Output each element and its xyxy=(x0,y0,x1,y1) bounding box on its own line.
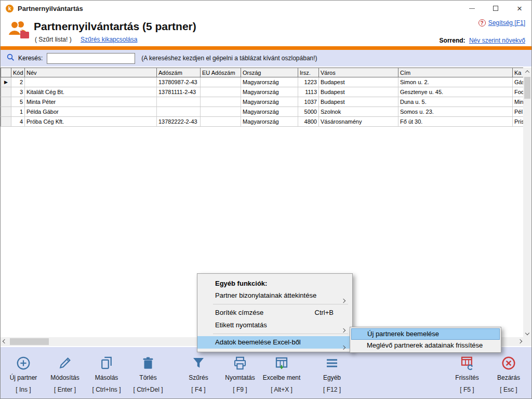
menu-item-label-print[interactable]: Etikett nyomtatás xyxy=(197,319,352,331)
row-selector-marker: ▶ xyxy=(1,77,11,87)
printer-icon xyxy=(232,354,248,372)
cell-adoszam[interactable]: 13782222-2-43 xyxy=(157,117,201,127)
cell-varos[interactable]: Szolnok xyxy=(319,107,398,117)
accent-bar xyxy=(1,46,531,50)
cell-orszag[interactable]: Magyarország xyxy=(241,117,298,127)
table-row[interactable]: 1 Példa Gábor Magyarország 5000 Szolnok … xyxy=(1,107,525,117)
cell-irsz[interactable]: 4800 xyxy=(298,117,319,127)
column-header-irsz[interactable]: Irsz. xyxy=(298,68,319,77)
cell-varos[interactable]: Budapest xyxy=(319,77,398,87)
menu-item-excel-import[interactable]: Adatok beemelése Excel-ből xyxy=(197,336,352,349)
cell-kod[interactable]: 1 xyxy=(11,107,25,117)
column-header-cim[interactable]: Cím xyxy=(398,68,513,77)
context-menu: Egyéb funkciók: Partner bizonylatainak á… xyxy=(197,273,353,352)
button-shortcut: [ Esc ] xyxy=(500,386,517,393)
cell-cim[interactable]: Somos u. 23. xyxy=(398,107,513,117)
cell-eu-adoszam[interactable] xyxy=(201,117,241,127)
cell-cim[interactable]: Gesztenye u. 45. xyxy=(398,87,513,97)
cell-adoszam[interactable] xyxy=(157,97,201,107)
help-link[interactable]: Segítség [F1] xyxy=(488,19,525,26)
excel-import-submenu: Új partnerek beemelése Meglévő partnerek… xyxy=(350,327,501,353)
cell-nev-selected[interactable]: Fantázia 2010 Kft. xyxy=(25,77,157,87)
cell-adoszam[interactable]: 13780987-2-43 xyxy=(157,77,201,87)
cell-eu-adoszam[interactable] xyxy=(201,97,241,107)
column-header-eu-adoszam[interactable]: EU Adószám xyxy=(201,68,241,77)
partners-icon xyxy=(7,18,32,45)
column-header-selector[interactable] xyxy=(1,68,11,77)
maximize-button[interactable] xyxy=(484,1,508,16)
cell-orszag[interactable]: Magyarország xyxy=(241,87,298,97)
sort-order-link[interactable]: Név szerint növekvő xyxy=(469,37,525,44)
copy-icon xyxy=(99,354,114,372)
vertical-scrollbar[interactable] xyxy=(523,68,531,337)
excel-export-button[interactable]: Excelbe ment [ Alt+X ] xyxy=(261,354,302,399)
scroll-up-button[interactable] xyxy=(523,68,531,76)
column-header-varos[interactable]: Város xyxy=(319,68,398,77)
cell-nev[interactable]: Próba Cég Kft. xyxy=(25,117,157,127)
new-partner-button[interactable]: Új partner [ Ins ] xyxy=(3,354,44,399)
table-row[interactable]: 4 Próba Cég Kft. 13782222-2-43 Magyarors… xyxy=(1,117,525,127)
delete-button[interactable]: Törlés [ Ctrl+Del ] xyxy=(127,354,169,399)
table-row[interactable]: 5 Minta Péter Magyarország 1037 Budapest… xyxy=(1,97,525,107)
filter-off-link[interactable]: Szűrés kikapcsolása xyxy=(81,36,137,43)
window-title: Partnernyilvántartás xyxy=(18,5,83,12)
cell-varos[interactable]: Budapest xyxy=(319,87,398,97)
menu-item-partner-documents[interactable]: Partner bizonylatainak áttekintése xyxy=(197,289,352,302)
cell-varos[interactable]: Vásárosnamény xyxy=(319,117,398,127)
cell-nev[interactable]: Minta Péter xyxy=(25,97,157,107)
button-shortcut: [ F9 ] xyxy=(233,386,247,393)
cell-cim[interactable]: Fő út 30. xyxy=(398,117,513,127)
other-button[interactable]: Egyéb [ F12 ] xyxy=(311,354,353,399)
cell-nev[interactable]: Kitalált Cég Bt. xyxy=(25,87,157,97)
scroll-down-button[interactable] xyxy=(523,329,531,337)
close-button[interactable]: × xyxy=(508,1,531,16)
row-selector xyxy=(1,117,11,127)
trash-icon xyxy=(140,354,156,372)
cell-orszag[interactable]: Magyarország xyxy=(241,77,298,87)
table-row[interactable]: 3 Kitalált Cég Bt. 13781111-2-43 Magyaro… xyxy=(1,87,525,97)
cell-cim[interactable]: Simon u. 2. xyxy=(398,77,513,87)
cell-eu-adoszam[interactable] xyxy=(201,107,241,117)
close-window-button[interactable]: Bezárás [ Esc ] xyxy=(488,354,529,399)
cell-irsz[interactable]: 1113 xyxy=(298,87,319,97)
cell-nev[interactable]: Példa Gábor xyxy=(25,107,157,117)
cell-varos[interactable]: Budapest xyxy=(319,97,398,107)
refresh-table-icon xyxy=(459,354,475,372)
print-button[interactable]: Nyomtatás [ F9 ] xyxy=(219,354,261,399)
cell-orszag[interactable]: Magyarország xyxy=(241,97,298,107)
filter-button[interactable]: Szűrés [ F4 ] xyxy=(178,354,219,399)
copy-button[interactable]: Másolás [ Ctrl+Ins ] xyxy=(86,354,127,399)
horizontal-scroll-thumb[interactable] xyxy=(10,338,49,345)
search-input[interactable] xyxy=(47,53,135,64)
cell-irsz[interactable]: 5000 xyxy=(298,107,319,117)
column-header-nev[interactable]: Név xyxy=(25,68,157,77)
edit-button[interactable]: Módosítás [ Enter ] xyxy=(44,354,86,399)
menu-item-envelope[interactable]: Boríték címzése Ctrl+B xyxy=(197,307,352,319)
cell-kod[interactable]: 2 xyxy=(11,77,25,87)
column-header-adoszam[interactable]: Adószám xyxy=(157,68,201,77)
cell-cim[interactable]: Duna u. 5. xyxy=(398,97,513,107)
column-header-kod[interactable]: Kód xyxy=(11,68,25,77)
minimize-button[interactable] xyxy=(460,1,484,16)
page-header: Partnernyilvántartás (5 partner) ( Szűrt… xyxy=(1,16,531,46)
submenu-item-import-new-partners[interactable]: Új partnerek beemelése xyxy=(351,328,500,340)
cell-kod[interactable]: 3 xyxy=(11,87,25,97)
cell-irsz[interactable]: 1223 xyxy=(298,77,319,87)
cell-adoszam[interactable] xyxy=(157,107,201,117)
cell-eu-adoszam[interactable] xyxy=(201,87,241,97)
vertical-scroll-thumb[interactable] xyxy=(524,77,530,99)
cell-irsz[interactable]: 1037 xyxy=(298,97,319,107)
cell-kod[interactable]: 4 xyxy=(11,117,25,127)
column-header-orszag[interactable]: Ország xyxy=(241,68,298,77)
button-label: Excelbe ment xyxy=(263,374,301,381)
cell-kod[interactable]: 5 xyxy=(11,97,25,107)
refresh-button[interactable]: Frissítés [ F5 ] xyxy=(446,354,488,399)
cell-eu-adoszam[interactable] xyxy=(201,77,241,87)
cell-orszag[interactable]: Magyarország xyxy=(241,107,298,117)
table-row[interactable]: ▶ 2 Fantázia 2010 Kft. 13780987-2-43 Mag… xyxy=(1,77,525,87)
scroll-left-button[interactable] xyxy=(1,337,9,345)
cell-adoszam[interactable]: 13781111-2-43 xyxy=(157,87,201,97)
chevron-up-icon xyxy=(525,70,529,74)
submenu-item-update-existing-partners[interactable]: Meglévő partnerek adatainak frissítése xyxy=(351,340,500,351)
row-selector xyxy=(1,107,11,117)
